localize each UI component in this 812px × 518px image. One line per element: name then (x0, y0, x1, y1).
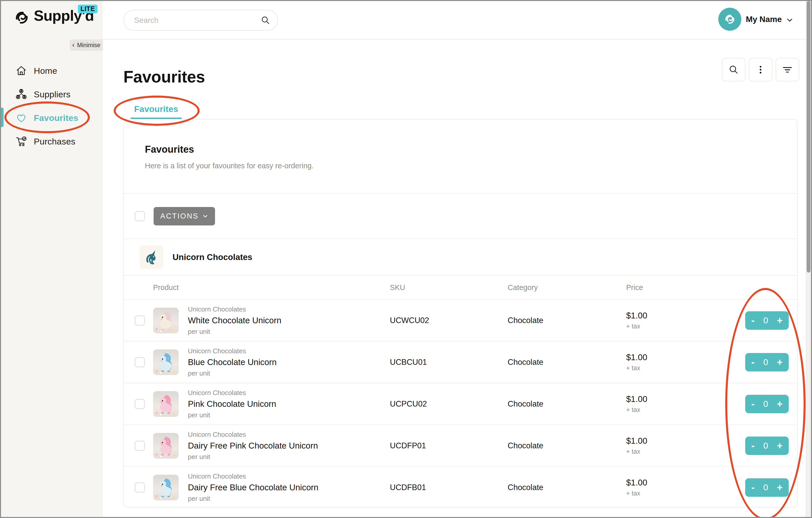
product-category: Chocolate (508, 441, 626, 451)
product-sku: UCBCU01 (390, 358, 508, 367)
product-thumb (153, 308, 179, 333)
product-thumb (153, 433, 179, 459)
product-brand: Unicorn Chocolates (188, 472, 390, 480)
product-tax-note: + tax (626, 323, 745, 330)
page-toolbar (722, 58, 799, 81)
product-unit: per unit (188, 370, 390, 377)
product-category: Chocolate (508, 400, 626, 409)
product-sku: UCDFB01 (390, 483, 508, 492)
quantity-stepper[interactable]: - 0 + (745, 311, 789, 330)
quantity-value: 0 (763, 399, 768, 409)
decrement-button[interactable]: - (751, 316, 755, 325)
cart-icon (16, 136, 27, 147)
minimise-label: Minimise (77, 42, 100, 49)
row-checkbox[interactable] (135, 316, 145, 326)
user-menu[interactable]: My Name (718, 8, 793, 31)
search-button[interactable] (722, 58, 746, 81)
home-icon (16, 65, 27, 77)
increment-button[interactable]: + (777, 483, 783, 492)
app-logo[interactable]: Supply'd LITE (12, 7, 96, 27)
panel-subheading: Here is a list of your favourites for ea… (145, 162, 797, 170)
sidebar-item-home[interactable]: Home (1, 59, 102, 82)
product-category: Chocolate (508, 316, 626, 325)
sidebar-item-favourites[interactable]: Favourites (1, 106, 102, 130)
sidebar-item-label: Purchases (34, 137, 75, 146)
decrement-button[interactable]: - (751, 483, 755, 492)
kebab-menu-icon (755, 64, 766, 76)
product-thumb (153, 349, 179, 375)
quantity-value: 0 (763, 482, 768, 492)
quantity-stepper[interactable]: - 0 + (745, 478, 789, 497)
global-search (123, 10, 278, 31)
product-price: $1.00 (626, 353, 745, 362)
product-price: $1.00 (626, 311, 745, 321)
sidebar-item-purchases[interactable]: Purchases (1, 130, 102, 153)
unicorn-product-image (153, 308, 179, 333)
product-name: White Chocolate Unicorn (188, 316, 390, 325)
column-header-sku: SKU (390, 283, 508, 292)
chevron-down-icon (786, 17, 793, 23)
sidebar-nav: Home Suppliers Favourites (1, 59, 102, 153)
decrement-button[interactable]: - (751, 441, 755, 451)
column-header-price: Price (626, 283, 745, 292)
decrement-button[interactable]: - (751, 357, 755, 367)
product-thumb (153, 475, 179, 500)
product-sku: UCWCU02 (390, 316, 508, 325)
search-icon (728, 64, 740, 76)
product-unit: per unit (188, 453, 390, 461)
product-name: Dairy Free Blue Chocolate Unicorn (188, 483, 390, 492)
actions-label: ACTIONS (160, 212, 199, 220)
filter-icon (782, 64, 793, 76)
main-content: Favourites Favourites (103, 39, 811, 517)
vertical-scrollbar[interactable] (806, 1, 811, 517)
quantity-value: 0 (763, 316, 768, 325)
unicorn-product-image (153, 433, 179, 459)
row-checkbox[interactable] (135, 482, 145, 493)
product-name: Dairy Free Pink Chocolate Unicorn (188, 441, 390, 451)
supplier-header-row: Unicorn Chocolates (124, 239, 797, 275)
product-tax-note: + tax (626, 448, 745, 455)
increment-button[interactable]: + (777, 441, 783, 451)
quantity-stepper[interactable]: - 0 + (745, 437, 789, 455)
scrollbar-thumb[interactable] (807, 1, 810, 273)
unicorn-product-image (153, 391, 179, 417)
sidebar-item-suppliers[interactable]: Suppliers (1, 82, 102, 106)
product-price: $1.00 (626, 436, 745, 446)
chevron-left-icon: ‹ (72, 41, 75, 48)
bulk-actions-row: ACTIONS (124, 193, 797, 239)
actions-dropdown-button[interactable]: ACTIONS (153, 207, 215, 225)
row-checkbox[interactable] (135, 357, 145, 367)
quantity-stepper[interactable]: - 0 + (745, 395, 789, 413)
search-icon[interactable] (260, 15, 271, 26)
increment-button[interactable]: + (777, 316, 783, 325)
filter-button[interactable] (776, 58, 799, 81)
increment-button[interactable]: + (777, 357, 783, 367)
row-checkbox[interactable] (135, 399, 145, 409)
sidebar-item-label: Suppliers (34, 89, 71, 100)
increment-button[interactable]: + (777, 399, 783, 409)
row-checkbox[interactable] (135, 441, 145, 451)
panel-heading: Favourites (145, 144, 797, 155)
product-price: $1.00 (626, 394, 745, 404)
sidebar-item-label: Favourites (34, 113, 78, 123)
more-options-button[interactable] (749, 58, 772, 81)
table-row: Unicorn Chocolates Dairy Free Blue Choco… (124, 466, 797, 508)
table-header-row: Product SKU Category Price (124, 275, 797, 299)
search-input[interactable] (123, 10, 278, 31)
sidebar-item-label: Home (34, 66, 57, 76)
column-header-product: Product (153, 283, 390, 292)
minimise-sidebar-button[interactable]: ‹ Minimise (69, 39, 103, 51)
product-price: $1.00 (626, 478, 745, 488)
select-all-checkbox[interactable] (135, 211, 145, 221)
unicorn-logo-icon (143, 249, 160, 266)
product-tax-note: + tax (626, 406, 745, 413)
panel-header: Favourites Here is a list of your favour… (124, 119, 797, 193)
quantity-stepper[interactable]: - 0 + (745, 353, 789, 372)
supplier-logo (140, 245, 163, 269)
product-category: Chocolate (508, 483, 626, 492)
heart-icon (16, 112, 27, 124)
decrement-button[interactable]: - (751, 399, 755, 409)
product-brand: Unicorn Chocolates (188, 389, 390, 397)
supplyd-logo-icon (12, 8, 31, 27)
tab-favourites[interactable]: Favourites (130, 104, 182, 120)
